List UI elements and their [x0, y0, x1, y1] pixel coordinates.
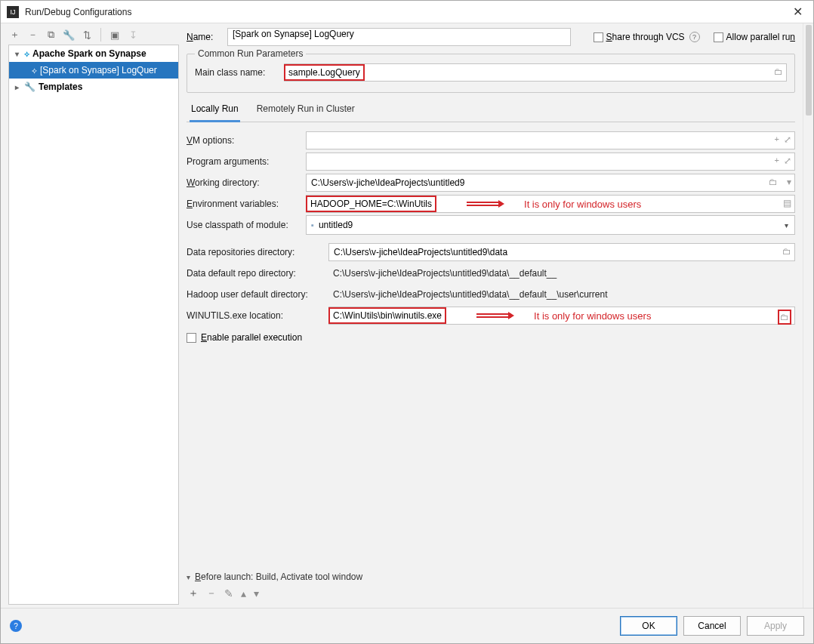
- titlebar: IJ Run/Debug Configurations ✕: [1, 1, 813, 23]
- ok-button[interactable]: OK: [620, 616, 677, 636]
- annotation-text: It is only for windows users: [534, 310, 651, 322]
- working-dir-field[interactable]: C:\Users\v-jiche\IdeaProjects\untitled9 …: [306, 174, 795, 192]
- edit-icon[interactable]: ✎: [224, 587, 233, 599]
- wrench-icon[interactable]: 🔧: [63, 29, 75, 41]
- copy-icon[interactable]: ⧉: [45, 29, 57, 41]
- window-title: Run/Debug Configurations: [25, 7, 788, 17]
- data-repos-value: C:\Users\v-jiche\IdeaProjects\untitled9\…: [334, 247, 507, 257]
- browse-folder-icon[interactable]: 🗀: [774, 66, 783, 77]
- module-icon: ▪: [311, 220, 314, 230]
- data-repos-label: Data repositories directory:: [187, 247, 322, 257]
- use-classpath-value: untitled9: [319, 220, 353, 230]
- browse-folder-icon[interactable]: 🗀: [782, 246, 791, 257]
- main-class-value: sample.LogQuery: [288, 67, 360, 78]
- annotation-arrow: [476, 313, 511, 319]
- spark-icon: ⟡: [32, 66, 37, 75]
- folder-icon[interactable]: ▣: [109, 29, 121, 41]
- wrench-icon: 🔧: [24, 82, 35, 92]
- share-vcs-checkbox[interactable]: Share through VCS ?: [594, 32, 700, 42]
- down-icon[interactable]: ▾: [254, 587, 259, 599]
- data-repos-field[interactable]: C:\Users\v-jiche\IdeaProjects\untitled9\…: [328, 243, 795, 261]
- vm-options-field[interactable]: + ⤢: [306, 131, 795, 149]
- before-launch-label: Before launch: Build, Activate tool wind…: [195, 572, 362, 582]
- winutils-value-redbox: C:\WinUtils\bin\winutils.exe: [328, 307, 446, 324]
- checkbox-icon[interactable]: [187, 333, 196, 343]
- working-dir-value: C:\Users\v-jiche\IdeaProjects\untitled9: [311, 177, 464, 188]
- chevron-down-icon[interactable]: ▾: [12, 50, 21, 58]
- env-vars-label: Environment variables:: [187, 199, 300, 209]
- expand-icon[interactable]: ⤢: [784, 156, 791, 166]
- tree-toolbar: ＋ － ⧉ 🔧 ⇅ ▣ ↧: [1, 23, 182, 45]
- browse-folder-icon[interactable]: 🗀: [778, 310, 791, 325]
- tree-node-label: Apache Spark on Synapse: [32, 48, 146, 59]
- checkbox-icon[interactable]: [714, 32, 723, 42]
- add-icon[interactable]: ＋: [8, 29, 20, 41]
- enable-parallel-checkbox[interactable]: Enable parallel execution: [187, 332, 795, 343]
- chevron-down-icon[interactable]: ▾: [787, 177, 791, 187]
- name-field[interactable]: [Spark on Synapse] LogQuery: [227, 28, 571, 46]
- common-params-fieldset: Common Run Parameters Main class name: s…: [187, 54, 795, 93]
- up-icon[interactable]: ▴: [241, 587, 246, 599]
- share-vcs-label: Share through VCS: [606, 32, 685, 42]
- dialog-footer: ? OK Cancel Apply: [1, 608, 813, 643]
- browse-folder-icon[interactable]: 🗀: [769, 177, 778, 187]
- winutils-field[interactable]: C:\WinUtils\bin\winutils.exe It is only …: [328, 307, 795, 325]
- before-launch-section[interactable]: ▾ Before launch: Build, Activate tool wi…: [187, 572, 795, 582]
- env-vars-field[interactable]: HADOOP_HOME=C:\WinUtils It is only for w…: [306, 195, 795, 213]
- list-icon[interactable]: ▤: [783, 198, 791, 208]
- main-class-value-redbox: sample.LogQuery: [284, 64, 365, 81]
- remove-icon[interactable]: －: [26, 29, 39, 41]
- cancel-button[interactable]: Cancel: [683, 616, 741, 636]
- sort-icon[interactable]: ↧: [127, 29, 139, 41]
- allow-parallel-checkbox[interactable]: Allow parallel run: [714, 32, 795, 42]
- add-icon[interactable]: ＋: [188, 587, 199, 600]
- main-class-field[interactable]: sample.LogQuery 🗀: [284, 63, 787, 82]
- name-label: Name:: [187, 32, 221, 42]
- plus-icon[interactable]: +: [775, 134, 779, 143]
- fieldset-legend: Common Run Parameters: [195, 48, 306, 59]
- chevron-down-icon[interactable]: ▾: [187, 573, 190, 581]
- use-classpath-select[interactable]: ▪ untitled9 ▾: [306, 215, 795, 235]
- remove-icon[interactable]: －: [206, 587, 217, 600]
- tab-remotely-run[interactable]: Remotely Run in Cluster: [255, 99, 356, 122]
- run-tabs: Locally Run Remotely Run in Cluster: [187, 99, 795, 122]
- hadoop-user-label: Hadoop user default directory:: [187, 289, 322, 300]
- use-classpath-label: Use classpath of module:: [187, 220, 300, 230]
- chevron-right-icon[interactable]: ▸: [12, 83, 21, 91]
- plus-icon[interactable]: +: [775, 156, 779, 165]
- checkbox-icon[interactable]: [594, 32, 603, 42]
- config-tree[interactable]: ▾ ⟡ Apache Spark on Synapse ⟡ [Spark on …: [8, 45, 179, 605]
- up-down-icon[interactable]: ⇅: [81, 29, 93, 41]
- env-vars-value-redbox: HADOOP_HOME=C:\WinUtils: [306, 196, 436, 212]
- expand-icon[interactable]: ⤢: [784, 134, 791, 145]
- winutils-label: WINUTILS.exe location:: [187, 310, 322, 321]
- main-class-label: Main class name:: [195, 67, 278, 78]
- tree-node-templates[interactable]: ▸ 🔧 Templates: [9, 79, 178, 95]
- env-vars-value: HADOOP_HOME=C:\WinUtils: [310, 199, 432, 209]
- spark-icon: ⟡: [24, 49, 29, 59]
- tree-item-logquery[interactable]: ⟡ [Spark on Synapse] LogQuer: [9, 62, 178, 79]
- winutils-value: C:\WinUtils\bin\winutils.exe: [333, 310, 442, 321]
- tree-node-label: Templates: [39, 82, 82, 92]
- help-icon[interactable]: ?: [689, 32, 700, 42]
- apply-button[interactable]: Apply: [747, 616, 804, 636]
- data-default-repo-label: Data default repo directory:: [187, 268, 322, 279]
- program-args-field[interactable]: + ⤢: [306, 153, 795, 171]
- app-icon: IJ: [7, 6, 19, 18]
- chevron-down-icon[interactable]: ▾: [785, 221, 788, 230]
- data-default-repo-value: C:\Users\v-jiche\IdeaProjects\untitled9\…: [328, 268, 795, 279]
- tree-node-spark[interactable]: ▾ ⟡ Apache Spark on Synapse: [9, 45, 178, 62]
- annotation-text: It is only for windows users: [524, 199, 641, 210]
- help-icon[interactable]: ?: [10, 620, 22, 632]
- tree-item-label: [Spark on Synapse] LogQuer: [40, 65, 157, 75]
- scroll-thumb[interactable]: [806, 25, 812, 116]
- close-icon[interactable]: ✕: [788, 5, 807, 19]
- name-value: [Spark on Synapse] LogQuery: [233, 29, 354, 39]
- program-args-label: Program arguments:: [187, 156, 300, 167]
- working-dir-label: Working directory:: [187, 177, 300, 188]
- allow-parallel-label: Allow parallel run: [726, 32, 795, 42]
- hadoop-user-value: C:\Users\v-jiche\IdeaProjects\untitled9\…: [328, 289, 795, 300]
- vertical-scrollbar[interactable]: [803, 23, 813, 608]
- annotation-arrow: [467, 201, 501, 207]
- tab-locally-run[interactable]: Locally Run: [190, 99, 240, 122]
